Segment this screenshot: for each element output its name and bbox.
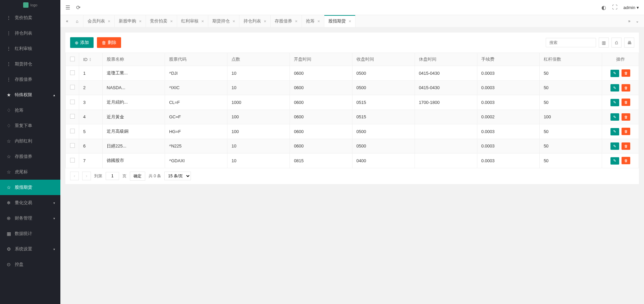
edit-button[interactable]: ✎ <box>610 128 619 135</box>
cell-lever: 50 <box>539 154 602 168</box>
tab[interactable]: 红利审核✕ <box>177 15 208 27</box>
column-header[interactable]: 股票代码 <box>165 53 227 66</box>
page-prev-button[interactable]: ‹ <box>70 172 79 180</box>
print-button[interactable]: 🖶 <box>624 38 634 48</box>
cell-points: 100 <box>227 110 290 124</box>
export-button[interactable]: ⎙ <box>611 38 622 48</box>
tab-home[interactable]: ⌂ <box>71 15 84 27</box>
edit-button[interactable]: ✎ <box>610 157 619 165</box>
column-header[interactable]: 手续费 <box>477 53 539 66</box>
menu-toggle-icon[interactable]: ☰ <box>65 4 70 11</box>
tabs-prev-icon[interactable]: « <box>63 15 71 27</box>
menu-item-icon: ☆ <box>6 185 11 190</box>
close-icon[interactable]: ✕ <box>108 19 110 23</box>
search-input[interactable] <box>546 38 596 47</box>
column-header[interactable]: 杠杆倍数 <box>539 53 602 66</box>
cell-rest <box>415 139 477 154</box>
page-input[interactable] <box>106 172 119 180</box>
add-button[interactable]: ⊕ 添加 <box>70 37 94 48</box>
edit-button[interactable]: ✎ <box>610 113 619 121</box>
row-checkbox[interactable] <box>70 158 75 163</box>
delete-button[interactable]: 🗑 删除 <box>97 37 121 48</box>
tabs-next-icon[interactable]: » <box>625 15 633 27</box>
row-checkbox[interactable] <box>70 129 75 133</box>
close-icon[interactable]: ✕ <box>317 19 320 23</box>
row-delete-button[interactable]: 🗑 <box>622 142 630 150</box>
close-icon[interactable]: ✕ <box>295 19 298 23</box>
tab[interactable]: 期货持仓✕ <box>208 15 239 27</box>
row-delete-button[interactable]: 🗑 <box>622 99 630 106</box>
cell-ops: ✎ 🗑 <box>602 110 639 124</box>
sidebar-item[interactable]: ☆虎尾标 <box>0 164 60 180</box>
sidebar-item[interactable]: ⊛财务管理▾ <box>0 210 60 226</box>
column-header[interactable]: 股票名称 <box>103 53 165 66</box>
page-confirm-button[interactable]: 确定 <box>130 172 145 181</box>
row-delete-button[interactable]: 🗑 <box>622 157 630 164</box>
column-header[interactable]: ID▲▼ <box>79 53 103 66</box>
close-icon[interactable]: ✕ <box>232 19 235 23</box>
tab[interactable]: 股指期货✕ <box>324 15 356 27</box>
tab[interactable]: 抢筹✕ <box>302 15 324 27</box>
row-checkbox[interactable] <box>70 85 75 89</box>
edit-button[interactable]: ✎ <box>610 99 619 106</box>
row-checkbox[interactable] <box>70 143 75 148</box>
theme-icon[interactable]: ◐ <box>601 4 606 11</box>
close-icon[interactable]: ✕ <box>201 19 204 23</box>
sidebar-section-special[interactable]: ★ 特殊权限 ▴ <box>0 87 60 103</box>
select-all-checkbox[interactable] <box>70 57 75 61</box>
sidebar-item[interactable]: ▦数据统计 <box>0 226 60 241</box>
row-delete-button[interactable]: 🗑 <box>622 113 630 121</box>
column-header[interactable]: 休盘时间 <box>415 53 477 66</box>
sidebar-item[interactable]: ♢重复下单 <box>0 118 60 133</box>
cell-fee: 0.0002 <box>477 110 539 124</box>
cell-code: ^IXIC <box>165 80 227 95</box>
trash-icon: 🗑 <box>624 100 628 104</box>
sidebar-item[interactable]: ☆股指期货 <box>0 180 60 195</box>
sidebar-item[interactable]: ⊙控盘 <box>0 257 60 272</box>
close-icon[interactable]: ✕ <box>348 19 351 23</box>
sidebar-item[interactable]: ☆存股借券 <box>0 149 60 164</box>
row-checkbox[interactable] <box>70 114 75 119</box>
sidebar-item[interactable]: ☆内部红利 <box>0 133 60 149</box>
column-header[interactable]: 开盘时间 <box>290 53 352 66</box>
cell-code: ^GDAXI <box>165 154 227 168</box>
tabs-dropdown-icon[interactable]: ⌄ <box>633 15 641 27</box>
close-icon[interactable]: ✕ <box>139 19 142 23</box>
row-checkbox[interactable] <box>70 100 75 104</box>
filter-icon: ▥ <box>602 40 606 45</box>
tab[interactable]: 新股申购✕ <box>115 15 146 27</box>
column-header[interactable]: 操作 <box>602 53 639 66</box>
tab[interactable]: 持仓列表✕ <box>239 15 271 27</box>
fullscreen-icon[interactable]: ⛶ <box>612 4 618 10</box>
sidebar-item[interactable]: ⋮期货持仓 <box>0 56 60 72</box>
sidebar-item[interactable]: ⋮持仓列表 <box>0 25 60 41</box>
tab[interactable]: 会员列表✕ <box>84 15 115 27</box>
per-page-select[interactable]: 15 条/页 <box>164 172 191 180</box>
close-icon[interactable]: ✕ <box>264 19 266 23</box>
sidebar-item[interactable]: ⋮存股借券 <box>0 72 60 87</box>
sidebar-item[interactable]: ⋮竞价拍卖 <box>0 10 60 25</box>
tab[interactable]: 存股借券✕ <box>271 15 302 27</box>
row-delete-button[interactable]: 🗑 <box>622 128 630 135</box>
column-header[interactable]: 点数 <box>227 53 290 66</box>
tab[interactable]: 竞价拍卖✕ <box>146 15 177 27</box>
close-icon[interactable]: ✕ <box>170 19 173 23</box>
cell-points: 10 <box>227 80 290 95</box>
row-checkbox[interactable] <box>70 70 75 75</box>
column-header[interactable]: 收盘时间 <box>352 53 415 66</box>
edit-button[interactable]: ✎ <box>610 70 619 77</box>
user-menu[interactable]: admin ▾ <box>624 5 639 10</box>
row-delete-button[interactable]: 🗑 <box>622 84 630 92</box>
sidebar-item[interactable]: ⋮红利审核 <box>0 41 60 56</box>
cell-code: ^N225 <box>165 139 227 154</box>
edit-button[interactable]: ✎ <box>610 142 619 150</box>
sidebar-item[interactable]: ♢抢筹 <box>0 103 60 118</box>
refresh-icon[interactable]: ⟳ <box>76 4 80 11</box>
sidebar-item[interactable]: ⚙系统设置▾ <box>0 241 60 257</box>
filter-button[interactable]: ▥ <box>599 38 609 48</box>
chevron-down-icon: ▾ <box>53 217 55 220</box>
row-delete-button[interactable]: 🗑 <box>622 69 630 77</box>
sidebar-item[interactable]: ❄量化交易▾ <box>0 195 60 210</box>
edit-button[interactable]: ✎ <box>610 84 619 92</box>
page-next-button[interactable]: › <box>82 172 91 180</box>
